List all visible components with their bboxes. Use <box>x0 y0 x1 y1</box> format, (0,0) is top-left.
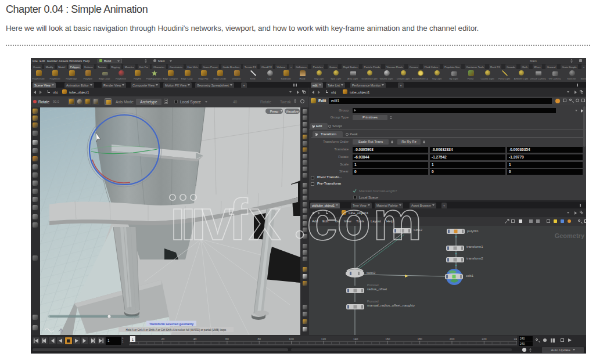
svg-text:Persp: Persp <box>270 110 278 113</box>
svg-text:Transform selected geometry: Transform selected geometry <box>149 322 195 326</box>
svg-text:160: 160 <box>385 337 390 341</box>
svg-text:220: 220 <box>482 337 487 341</box>
svg-text:240: 240 <box>514 337 517 341</box>
svg-text:Set 1 for Asset(?): Set 1 for Asset(?) <box>113 315 135 319</box>
svg-text:80: 80 <box>257 337 261 341</box>
svg-text:100: 100 <box>289 337 294 341</box>
svg-text:120: 120 <box>321 337 326 341</box>
svg-text:Visualize: Visualize <box>286 110 299 113</box>
svg-text:60: 60 <box>225 337 229 341</box>
svg-text:140: 140 <box>353 337 358 341</box>
svg-text:180: 180 <box>418 337 423 341</box>
svg-text:200: 200 <box>450 337 455 341</box>
svg-text:Hold A or Ctrl+A or Shift+A or: Hold A or Ctrl+A or Shift+A or Ctrl-Shif… <box>126 329 227 331</box>
svg-text:Geometry: Geometry <box>555 232 585 239</box>
svg-text:20: 20 <box>161 337 165 341</box>
svg-text:40: 40 <box>193 337 197 341</box>
